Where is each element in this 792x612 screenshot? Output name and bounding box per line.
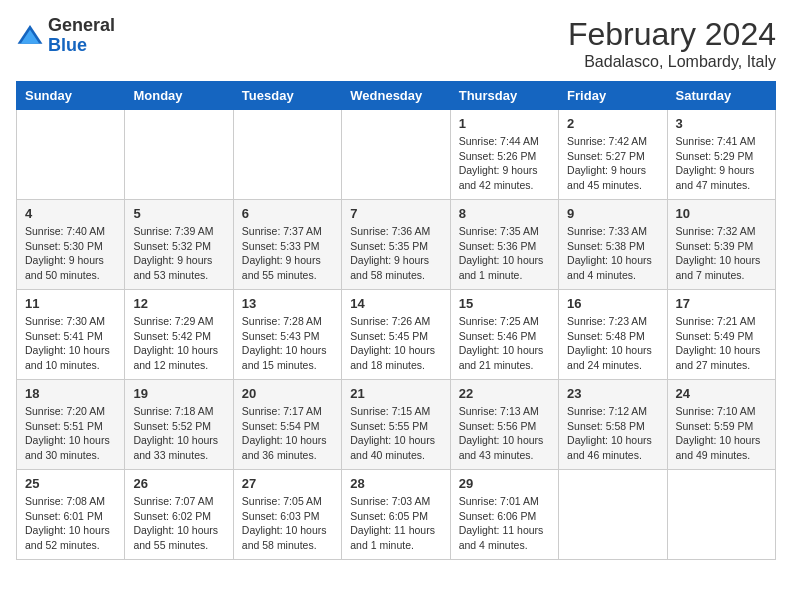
- calendar-cell: 4Sunrise: 7:40 AM Sunset: 5:30 PM Daylig…: [17, 200, 125, 290]
- day-number: 22: [459, 386, 550, 401]
- header-saturday: Saturday: [667, 82, 775, 110]
- calendar-cell: 14Sunrise: 7:26 AM Sunset: 5:45 PM Dayli…: [342, 290, 450, 380]
- day-number: 24: [676, 386, 767, 401]
- calendar-cell: 9Sunrise: 7:33 AM Sunset: 5:38 PM Daylig…: [559, 200, 667, 290]
- day-info: Sunrise: 7:36 AM Sunset: 5:35 PM Dayligh…: [350, 224, 441, 283]
- day-info: Sunrise: 7:37 AM Sunset: 5:33 PM Dayligh…: [242, 224, 333, 283]
- day-info: Sunrise: 7:33 AM Sunset: 5:38 PM Dayligh…: [567, 224, 658, 283]
- calendar-cell: 1Sunrise: 7:44 AM Sunset: 5:26 PM Daylig…: [450, 110, 558, 200]
- day-info: Sunrise: 7:13 AM Sunset: 5:56 PM Dayligh…: [459, 404, 550, 463]
- calendar-cell: 7Sunrise: 7:36 AM Sunset: 5:35 PM Daylig…: [342, 200, 450, 290]
- day-info: Sunrise: 7:05 AM Sunset: 6:03 PM Dayligh…: [242, 494, 333, 553]
- day-info: Sunrise: 7:41 AM Sunset: 5:29 PM Dayligh…: [676, 134, 767, 193]
- calendar-cell: 11Sunrise: 7:30 AM Sunset: 5:41 PM Dayli…: [17, 290, 125, 380]
- logo-icon: [16, 22, 44, 50]
- day-number: 29: [459, 476, 550, 491]
- day-info: Sunrise: 7:17 AM Sunset: 5:54 PM Dayligh…: [242, 404, 333, 463]
- calendar-cell: 25Sunrise: 7:08 AM Sunset: 6:01 PM Dayli…: [17, 470, 125, 560]
- calendar-cell: 15Sunrise: 7:25 AM Sunset: 5:46 PM Dayli…: [450, 290, 558, 380]
- day-number: 2: [567, 116, 658, 131]
- calendar-cell: 13Sunrise: 7:28 AM Sunset: 5:43 PM Dayli…: [233, 290, 341, 380]
- calendar-cell: 2Sunrise: 7:42 AM Sunset: 5:27 PM Daylig…: [559, 110, 667, 200]
- calendar-cell: 29Sunrise: 7:01 AM Sunset: 6:06 PM Dayli…: [450, 470, 558, 560]
- calendar-cell: 5Sunrise: 7:39 AM Sunset: 5:32 PM Daylig…: [125, 200, 233, 290]
- calendar-cell: 12Sunrise: 7:29 AM Sunset: 5:42 PM Dayli…: [125, 290, 233, 380]
- day-number: 5: [133, 206, 224, 221]
- header-sunday: Sunday: [17, 82, 125, 110]
- calendar-cell: 24Sunrise: 7:10 AM Sunset: 5:59 PM Dayli…: [667, 380, 775, 470]
- day-number: 11: [25, 296, 116, 311]
- day-number: 4: [25, 206, 116, 221]
- day-number: 12: [133, 296, 224, 311]
- day-number: 21: [350, 386, 441, 401]
- day-number: 14: [350, 296, 441, 311]
- day-info: Sunrise: 7:10 AM Sunset: 5:59 PM Dayligh…: [676, 404, 767, 463]
- logo-text: General Blue: [48, 16, 115, 56]
- calendar-cell: [342, 110, 450, 200]
- day-info: Sunrise: 7:23 AM Sunset: 5:48 PM Dayligh…: [567, 314, 658, 373]
- calendar-week-row: 18Sunrise: 7:20 AM Sunset: 5:51 PM Dayli…: [17, 380, 776, 470]
- title-block: February 2024 Badalasco, Lombardy, Italy: [568, 16, 776, 71]
- day-number: 13: [242, 296, 333, 311]
- calendar-cell: [233, 110, 341, 200]
- day-info: Sunrise: 7:20 AM Sunset: 5:51 PM Dayligh…: [25, 404, 116, 463]
- calendar-week-row: 4Sunrise: 7:40 AM Sunset: 5:30 PM Daylig…: [17, 200, 776, 290]
- day-info: Sunrise: 7:18 AM Sunset: 5:52 PM Dayligh…: [133, 404, 224, 463]
- day-number: 10: [676, 206, 767, 221]
- calendar-table: SundayMondayTuesdayWednesdayThursdayFrid…: [16, 81, 776, 560]
- calendar-cell: 10Sunrise: 7:32 AM Sunset: 5:39 PM Dayli…: [667, 200, 775, 290]
- day-number: 17: [676, 296, 767, 311]
- day-info: Sunrise: 7:26 AM Sunset: 5:45 PM Dayligh…: [350, 314, 441, 373]
- calendar-cell: [667, 470, 775, 560]
- calendar-header-row: SundayMondayTuesdayWednesdayThursdayFrid…: [17, 82, 776, 110]
- day-number: 15: [459, 296, 550, 311]
- day-number: 20: [242, 386, 333, 401]
- day-info: Sunrise: 7:30 AM Sunset: 5:41 PM Dayligh…: [25, 314, 116, 373]
- day-number: 25: [25, 476, 116, 491]
- day-info: Sunrise: 7:12 AM Sunset: 5:58 PM Dayligh…: [567, 404, 658, 463]
- calendar-cell: [17, 110, 125, 200]
- header-thursday: Thursday: [450, 82, 558, 110]
- header-monday: Monday: [125, 82, 233, 110]
- day-info: Sunrise: 7:39 AM Sunset: 5:32 PM Dayligh…: [133, 224, 224, 283]
- day-info: Sunrise: 7:08 AM Sunset: 6:01 PM Dayligh…: [25, 494, 116, 553]
- day-number: 16: [567, 296, 658, 311]
- day-number: 27: [242, 476, 333, 491]
- day-info: Sunrise: 7:07 AM Sunset: 6:02 PM Dayligh…: [133, 494, 224, 553]
- day-info: Sunrise: 7:29 AM Sunset: 5:42 PM Dayligh…: [133, 314, 224, 373]
- day-number: 1: [459, 116, 550, 131]
- day-number: 8: [459, 206, 550, 221]
- day-info: Sunrise: 7:21 AM Sunset: 5:49 PM Dayligh…: [676, 314, 767, 373]
- day-number: 3: [676, 116, 767, 131]
- header-friday: Friday: [559, 82, 667, 110]
- calendar-week-row: 11Sunrise: 7:30 AM Sunset: 5:41 PM Dayli…: [17, 290, 776, 380]
- month-title: February 2024: [568, 16, 776, 53]
- calendar-week-row: 25Sunrise: 7:08 AM Sunset: 6:01 PM Dayli…: [17, 470, 776, 560]
- calendar-cell: 27Sunrise: 7:05 AM Sunset: 6:03 PM Dayli…: [233, 470, 341, 560]
- calendar-cell: 23Sunrise: 7:12 AM Sunset: 5:58 PM Dayli…: [559, 380, 667, 470]
- day-info: Sunrise: 7:01 AM Sunset: 6:06 PM Dayligh…: [459, 494, 550, 553]
- calendar-cell: 8Sunrise: 7:35 AM Sunset: 5:36 PM Daylig…: [450, 200, 558, 290]
- day-number: 7: [350, 206, 441, 221]
- day-info: Sunrise: 7:28 AM Sunset: 5:43 PM Dayligh…: [242, 314, 333, 373]
- calendar-cell: [559, 470, 667, 560]
- calendar-cell: 21Sunrise: 7:15 AM Sunset: 5:55 PM Dayli…: [342, 380, 450, 470]
- calendar-week-row: 1Sunrise: 7:44 AM Sunset: 5:26 PM Daylig…: [17, 110, 776, 200]
- day-number: 18: [25, 386, 116, 401]
- calendar-cell: 16Sunrise: 7:23 AM Sunset: 5:48 PM Dayli…: [559, 290, 667, 380]
- day-number: 6: [242, 206, 333, 221]
- day-number: 19: [133, 386, 224, 401]
- page-header: General Blue February 2024 Badalasco, Lo…: [16, 16, 776, 71]
- calendar-cell: 28Sunrise: 7:03 AM Sunset: 6:05 PM Dayli…: [342, 470, 450, 560]
- calendar-cell: 17Sunrise: 7:21 AM Sunset: 5:49 PM Dayli…: [667, 290, 775, 380]
- calendar-cell: 22Sunrise: 7:13 AM Sunset: 5:56 PM Dayli…: [450, 380, 558, 470]
- calendar-cell: 3Sunrise: 7:41 AM Sunset: 5:29 PM Daylig…: [667, 110, 775, 200]
- day-number: 9: [567, 206, 658, 221]
- location-title: Badalasco, Lombardy, Italy: [568, 53, 776, 71]
- day-number: 28: [350, 476, 441, 491]
- day-info: Sunrise: 7:15 AM Sunset: 5:55 PM Dayligh…: [350, 404, 441, 463]
- calendar-cell: 19Sunrise: 7:18 AM Sunset: 5:52 PM Dayli…: [125, 380, 233, 470]
- day-info: Sunrise: 7:32 AM Sunset: 5:39 PM Dayligh…: [676, 224, 767, 283]
- day-info: Sunrise: 7:35 AM Sunset: 5:36 PM Dayligh…: [459, 224, 550, 283]
- day-info: Sunrise: 7:42 AM Sunset: 5:27 PM Dayligh…: [567, 134, 658, 193]
